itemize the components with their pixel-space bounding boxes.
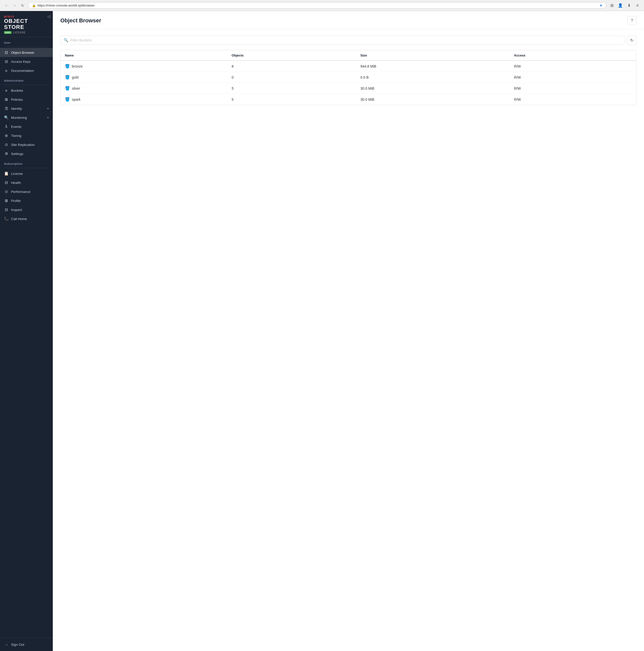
sign-out-label: Sign Out: [11, 643, 49, 647]
logo-badge: AGPL: [4, 31, 11, 34]
bucket-size: 30.0 MiB: [356, 94, 510, 105]
subscription-section-label: Subscription: [0, 158, 53, 167]
sidebar-item-monitoring[interactable]: 🔍 Monitoring ▾: [0, 113, 53, 122]
sidebar-item-events[interactable]: λ Events: [0, 122, 53, 131]
filter-buckets-input[interactable]: [70, 38, 621, 42]
subscription-divider: [4, 168, 49, 168]
forward-button[interactable]: →: [11, 2, 18, 9]
content-area: 🔍 ↻ Name Objects Size Access: [53, 29, 644, 651]
bucket-table: Name Objects Size Access 🪣 bronze 8 944.…: [61, 50, 636, 105]
user-section-label: User: [0, 37, 53, 46]
bucket-objects: 8: [228, 61, 356, 72]
sidebar-item-tiering[interactable]: ⊛ Tiering: [0, 131, 53, 140]
bucket-size: 944.8 MiB: [356, 61, 510, 72]
documentation-label: Documentation: [11, 69, 49, 72]
extensions-button[interactable]: ⊞: [608, 2, 615, 9]
bucket-access: R/W: [510, 61, 636, 72]
buckets-label: Buckets: [11, 89, 49, 92]
buckets-icon: ≡: [4, 88, 8, 93]
refresh-browser-button[interactable]: ↻: [19, 2, 26, 9]
sidebar-item-documentation[interactable]: ≡ Documentation: [0, 66, 53, 75]
bucket-icon: 🪣: [65, 75, 70, 80]
sidebar-item-object-browser[interactable]: ⊡ Object Browser: [0, 48, 53, 57]
bucket-access: R/W: [510, 94, 636, 105]
bucket-name-cell: 🪣 gold: [61, 72, 228, 83]
help-button[interactable]: ?: [627, 16, 637, 25]
sidebar-item-policies[interactable]: ⊠ Policies: [0, 95, 53, 104]
menu-button[interactable]: ≡: [634, 2, 641, 9]
table-row[interactable]: 🪣 gold 0 0.0 B R/W: [61, 72, 636, 83]
sidebar-item-identity[interactable]: ☰ Identity ▾: [0, 104, 53, 113]
back-button[interactable]: ←: [3, 2, 10, 9]
sign-out-button[interactable]: → Sign Out: [0, 640, 53, 649]
browser-chrome: ← → ↻ 🔒 https://minio-console.worldl.xpt…: [0, 0, 644, 11]
identity-icon: ☰: [4, 106, 8, 111]
table-row[interactable]: 🪣 bronze 8 944.8 MiB R/W: [61, 61, 636, 72]
refresh-button[interactable]: ↻: [627, 35, 637, 45]
search-icon: 🔍: [64, 38, 68, 42]
sidebar-item-health[interactable]: ⊟ Health: [0, 178, 53, 187]
sidebar-item-call-home[interactable]: 📞 Call Home: [0, 214, 53, 223]
app-container: MINIO OBJECT STORE AGPL LICENSE ◁ User ⊡…: [0, 11, 644, 651]
sidebar-item-buckets[interactable]: ≡ Buckets: [0, 86, 53, 95]
site-replication-label: Site Replication: [11, 143, 49, 147]
address-bar[interactable]: 🔒 https://minio-console.worldl.xpt/brows…: [28, 2, 606, 8]
bucket-objects: 5: [228, 94, 356, 105]
profile-button[interactable]: 👤: [617, 2, 624, 9]
page-title: Object Browser: [60, 17, 101, 24]
site-replication-icon: ⊙: [4, 143, 8, 147]
bucket-name: gold: [72, 75, 79, 80]
bucket-table-body: 🪣 bronze 8 944.8 MiB R/W 🪣 gold 0 0.0 B …: [61, 61, 636, 105]
browser-actions: ⊞ 👤 ⬇ ≡: [608, 2, 641, 9]
main-content: Object Browser ? 🔍 ↻ Name Objects: [53, 11, 644, 651]
sidebar-item-site-replication[interactable]: ⊙ Site Replication: [0, 140, 53, 149]
bucket-access: R/W: [510, 83, 636, 94]
bucket-icon: 🪣: [65, 86, 70, 91]
bucket-icon: 🪣: [65, 97, 70, 102]
sidebar-item-inspect[interactable]: ⊟ Inspect: [0, 205, 53, 214]
page-header: Object Browser ?: [53, 11, 644, 29]
bucket-table-wrapper: Name Objects Size Access 🪣 bronze 8 944.…: [60, 50, 637, 105]
profile-label: Profile: [11, 199, 49, 203]
performance-icon: ⊙: [4, 189, 8, 194]
monitoring-label: Monitoring: [11, 116, 45, 120]
sidebar-footer: → Sign Out: [0, 638, 53, 651]
profile-icon: ⊠: [4, 198, 8, 203]
access-keys-label: Access Keys: [11, 60, 49, 64]
access-keys-icon: ⊟: [4, 59, 8, 64]
logo-title: OBJECT STORE: [4, 18, 49, 30]
sidebar-item-license[interactable]: 📋 License: [0, 169, 53, 178]
star-icon: ★: [599, 3, 603, 7]
license-icon: 📋: [4, 171, 8, 176]
object-browser-label: Object Browser: [11, 51, 49, 55]
events-label: Events: [11, 125, 49, 129]
sidebar-item-profile[interactable]: ⊠ Profile: [0, 196, 53, 205]
sidebar-item-performance[interactable]: ⊙ Performance: [0, 187, 53, 196]
policies-icon: ⊠: [4, 97, 8, 102]
table-row[interactable]: 🪣 silver 5 30.0 MiB R/W: [61, 83, 636, 94]
download-button[interactable]: ⬇: [625, 2, 633, 9]
sidebar: MINIO OBJECT STORE AGPL LICENSE ◁ User ⊡…: [0, 11, 53, 651]
policies-label: Policies: [11, 98, 49, 101]
table-row[interactable]: 🪣 spark 5 30.0 MiB R/W: [61, 94, 636, 105]
inspect-icon: ⊟: [4, 208, 8, 212]
bucket-size: 30.0 MiB: [356, 83, 510, 94]
admin-section-label: Administrator: [0, 75, 53, 84]
call-home-icon: 📞: [4, 217, 8, 221]
tiering-icon: ⊛: [4, 133, 8, 138]
filter-input-wrap[interactable]: 🔍: [60, 36, 624, 45]
health-label: Health: [11, 181, 49, 185]
sidebar-item-settings[interactable]: ⚙ Settings: [0, 149, 53, 158]
column-name: Name: [61, 51, 228, 61]
column-objects: Objects: [228, 51, 356, 61]
call-home-label: Call Home: [11, 217, 49, 221]
collapse-sidebar-button[interactable]: ◁: [47, 14, 50, 19]
health-icon: ⊟: [4, 180, 8, 185]
nav-buttons: ← → ↻: [3, 2, 26, 9]
table-header-row: Name Objects Size Access: [61, 51, 636, 61]
bucket-size: 0.0 B: [356, 72, 510, 83]
sidebar-item-access-keys[interactable]: ⊟ Access Keys: [0, 57, 53, 66]
bucket-name-cell: 🪣 silver: [61, 83, 228, 94]
monitoring-icon: 🔍: [4, 115, 8, 120]
license-label: License: [11, 172, 49, 176]
